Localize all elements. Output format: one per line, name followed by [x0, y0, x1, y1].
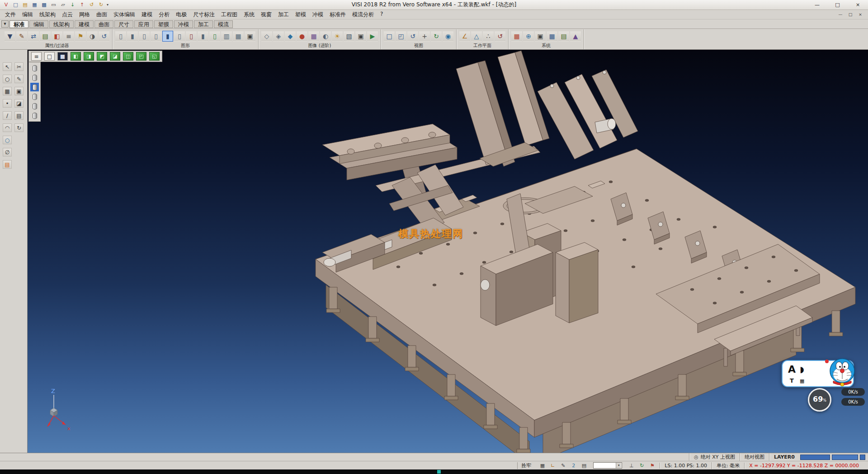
graphics-new-icon[interactable]: ▯ — [209, 31, 220, 42]
ortho-toggle-icon[interactable]: ∟ — [549, 462, 557, 469]
graphics-slot-6-icon[interactable] — [30, 111, 39, 120]
rendered-icon[interactable]: ● — [297, 31, 307, 42]
select-icon[interactable]: ↖ — [3, 62, 12, 71]
layer-color-bar-1[interactable] — [800, 455, 830, 460]
graphics-layer-list-icon[interactable]: ▮ — [162, 31, 173, 42]
globe-icon[interactable]: ⊕ — [523, 31, 534, 42]
redo-icon[interactable]: ↻ — [97, 1, 105, 9]
select-filter-icon[interactable]: ▼ — [5, 31, 15, 42]
reset-filter-icon[interactable]: ↺ — [99, 31, 109, 42]
layer2-toggle-icon[interactable]: 2 — [570, 462, 577, 469]
assistant-percent-badge[interactable]: 69% — [808, 388, 831, 412]
hidden-line-icon[interactable]: ◈ — [273, 31, 284, 42]
cells-toggle-icon[interactable]: ▤ — [580, 462, 588, 469]
ribbon-tab[interactable]: 线架构 — [49, 20, 74, 28]
view-mode-cell[interactable]: ◎ 绝对 XY 上视图 — [689, 453, 740, 461]
graphics-slot-4-icon[interactable] — [30, 92, 39, 101]
menu-item[interactable]: 视窗 — [258, 10, 275, 19]
ribbon-tab[interactable]: 曲面 — [94, 20, 113, 28]
graphics-save-icon[interactable]: ▮ — [127, 31, 138, 42]
menu-item[interactable]: 加工 — [275, 10, 292, 19]
ucs-icon[interactable]: ⊥ — [627, 462, 635, 469]
wireframe-icon[interactable]: ◇ — [261, 31, 272, 42]
sketch-icon[interactable]: ✎ — [14, 75, 24, 83]
wireframe-view-icon[interactable]: □ — [44, 52, 55, 61]
snap-toggle-icon[interactable]: ▦ — [538, 462, 546, 469]
child-restore-button[interactable]: □ — [847, 12, 854, 17]
copy-icon[interactable]: ▣ — [14, 87, 24, 95]
menu-item[interactable]: 分析 — [156, 10, 173, 19]
pin-filter-icon[interactable]: ⚑ — [75, 31, 86, 42]
linetype-filter-icon[interactable]: ≡ — [63, 31, 74, 42]
child-close-button[interactable]: × — [857, 12, 863, 17]
layer-color-bar-2[interactable] — [832, 455, 858, 460]
new-file-icon[interactable]: □ — [11, 1, 20, 9]
zoom-tool-icon[interactable]: ○ — [3, 75, 12, 83]
graphics-stack-icon[interactable]: ▯ — [151, 31, 161, 42]
ribbon-tab[interactable]: 尺寸 — [114, 20, 133, 28]
viewport[interactable]: ≡□■◧◨◩◪◫◰◱ 模具热处理网 Z x — [28, 50, 868, 453]
import-icon[interactable]: ↓ — [68, 1, 77, 9]
menu-item[interactable]: 实体编辑 — [110, 10, 138, 19]
shaded-icon[interactable]: ◆ — [285, 31, 296, 42]
minimize-button[interactable]: — — [807, 0, 827, 9]
rotate-view-icon[interactable]: ↻ — [431, 31, 442, 42]
os-taskbar[interactable] — [0, 469, 868, 474]
texture-icon[interactable]: ▦ — [308, 31, 319, 42]
taskbar-app-icon[interactable] — [437, 470, 441, 474]
erase-icon[interactable]: ◪ — [14, 99, 24, 108]
menu-item[interactable]: 点云 — [59, 10, 76, 19]
mask-icon[interactable]: ◑ — [87, 31, 98, 42]
save-all-icon[interactable]: ▩ — [40, 1, 48, 9]
graphics-slot-1-icon[interactable] — [30, 64, 39, 72]
attribute-editor-icon[interactable]: ✎ — [16, 31, 27, 42]
view-ref-cell[interactable]: 绝对视图 — [740, 453, 769, 461]
menu-item[interactable]: 尺寸标注 — [190, 10, 218, 19]
bottom-view-cube-icon[interactable]: ◰ — [136, 52, 146, 61]
menu-item[interactable]: 网格 — [76, 10, 93, 19]
iso-view-cube-icon[interactable]: ◱ — [149, 52, 160, 61]
pan-icon[interactable]: + — [419, 31, 430, 42]
graphics-slot-2-icon[interactable] — [30, 73, 39, 82]
animation-icon[interactable]: ▶ — [367, 31, 378, 42]
right-view-cube-icon[interactable]: ◩ — [97, 52, 107, 61]
menu-item[interactable]: 曲面 — [93, 10, 110, 19]
top-view-cube-icon[interactable]: ◧ — [71, 52, 81, 61]
cad-model-svg[interactable] — [28, 50, 868, 453]
pen-toggle-icon[interactable]: ✎ — [559, 462, 567, 469]
layer-color-swatch[interactable] — [860, 455, 865, 460]
background-icon[interactable]: ▧ — [344, 31, 354, 42]
zoom-all-icon[interactable]: □ — [384, 31, 395, 42]
light-icon[interactable]: ☀ — [332, 31, 343, 42]
cut-icon[interactable]: ✂ — [14, 62, 24, 71]
menu-item[interactable]: 工程图 — [218, 10, 241, 19]
ribbon-tab[interactable]: 标准 — [9, 20, 28, 28]
graphics-list-icon[interactable]: ▯ — [139, 31, 150, 42]
menu-item[interactable]: 冲模 — [309, 10, 326, 19]
save-icon[interactable]: ▦ — [30, 1, 39, 9]
ribbon-tab[interactable]: 建模 — [75, 20, 94, 28]
zoom-window-icon[interactable]: ◰ — [396, 31, 406, 42]
graphics-settings-icon[interactable]: ▣ — [245, 31, 255, 42]
graphics-slot-3-icon[interactable] — [30, 83, 39, 91]
left-view-cube-icon[interactable]: ◪ — [110, 52, 120, 61]
note-icon[interactable]: ▤ — [14, 111, 24, 120]
quick-access-caret-icon[interactable]: ▾ — [105, 3, 110, 7]
shaded-view-icon[interactable]: ■ — [57, 52, 68, 61]
menu-item[interactable]: 模流分析 — [349, 10, 377, 19]
ribbon-tab[interactable]: 模流 — [214, 20, 233, 28]
measure-icon[interactable]: ∅ — [3, 148, 12, 156]
menu-item[interactable]: 塑模 — [292, 10, 309, 19]
zoom-previous-icon[interactable]: ↺ — [407, 31, 418, 42]
graphics-open-icon[interactable]: ▯ — [115, 31, 126, 42]
snapshot-icon[interactable]: ▣ — [355, 31, 366, 42]
ribbon-tab[interactable]: 加工 — [194, 20, 213, 28]
child-minimize-button[interactable]: — — [837, 12, 844, 17]
menu-item[interactable]: 系统 — [241, 10, 258, 19]
layer-manager-icon[interactable]: ▤ — [558, 31, 569, 42]
cad-center-tall-plates[interactable] — [456, 51, 549, 166]
undo-icon[interactable]: ↺ — [87, 1, 96, 9]
layer-cell[interactable]: LAYER0 — [769, 453, 799, 461]
color-filter-icon[interactable]: ◧ — [52, 31, 62, 42]
graphics-insert-icon[interactable]: ▯ — [174, 31, 185, 42]
